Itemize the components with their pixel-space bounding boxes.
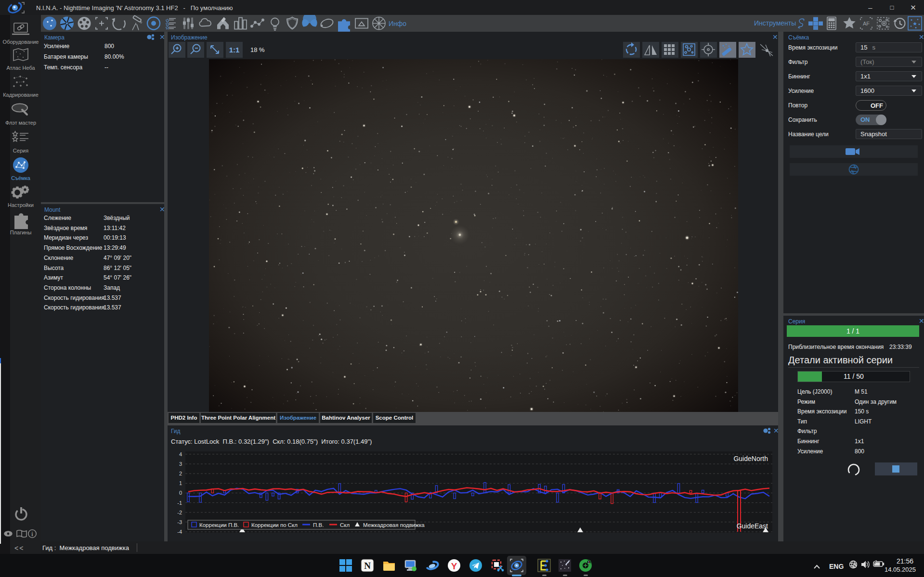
svg-text:Коррекции П.В.: Коррекции П.В.: [199, 522, 239, 528]
svg-text:GuideEast: GuideEast: [737, 522, 768, 530]
svg-text:П.В.: П.В.: [313, 522, 324, 528]
svg-text:Инфо: Инфо: [389, 20, 406, 27]
svg-text:i: i: [31, 531, 33, 538]
svg-text:-4: -4: [177, 529, 182, 535]
svg-text:-1: -1: [177, 500, 182, 506]
svg-text:2: 2: [179, 471, 182, 476]
svg-text:ENG: ENG: [829, 563, 844, 570]
svg-text:AF: AF: [863, 21, 870, 26]
svg-text:Межкадровая подвижка: Межкадровая подвижка: [363, 522, 425, 528]
svg-text:GuideNorth: GuideNorth: [733, 455, 768, 462]
svg-text:Коррекции по Скл: Коррекции по Скл: [251, 522, 298, 528]
svg-text:-3: -3: [177, 519, 182, 525]
svg-text:0: 0: [179, 490, 182, 496]
svg-text:N: N: [364, 561, 371, 571]
svg-text:3: 3: [179, 461, 182, 467]
svg-text:14.05.2025: 14.05.2025: [885, 566, 916, 573]
svg-text:1: 1: [588, 561, 590, 564]
svg-text:Скл: Скл: [340, 522, 350, 528]
svg-text:-2: -2: [177, 510, 182, 515]
svg-text:1: 1: [179, 480, 182, 486]
svg-text:Y: Y: [451, 561, 457, 571]
svg-text:4: 4: [179, 451, 182, 457]
svg-text:21:56: 21:56: [897, 557, 913, 565]
